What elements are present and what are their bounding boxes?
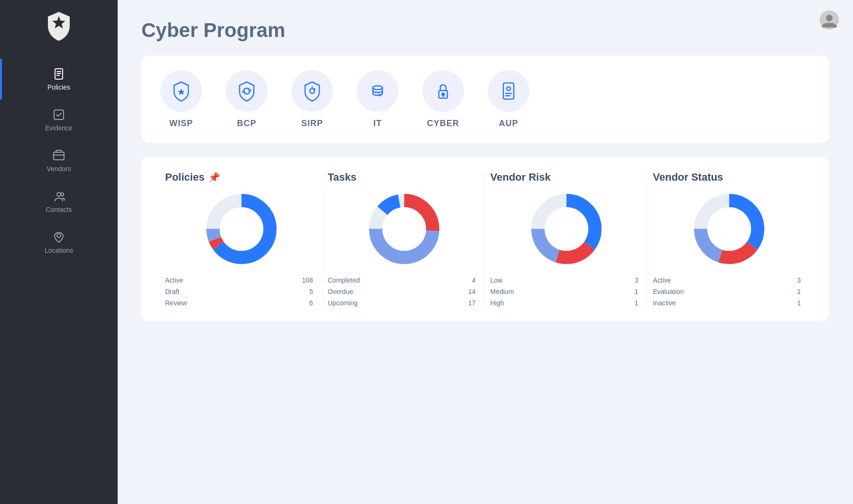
sidebar-item-locations[interactable]: Locations (0, 222, 118, 263)
chart-vendor-risk: Vendor Risk Low 3 (485, 171, 648, 307)
aup-icon-bg (488, 70, 529, 112)
chart-policies: Policies 📌 Active (160, 171, 323, 307)
svg-point-27 (220, 207, 263, 251)
policy-card-aup[interactable]: AUP (488, 70, 529, 128)
chart-vendor-status: Vendor Status Active 3 (648, 171, 810, 307)
svg-point-8 (61, 193, 64, 196)
legend-row-upcoming: Upcoming 17 (328, 299, 485, 307)
policy-card-cyber[interactable]: CYBER (422, 70, 464, 128)
wisp-icon-bg (160, 70, 202, 112)
aup-label: AUP (499, 119, 518, 128)
vendor-risk-donut (528, 191, 604, 267)
tasks-donut (366, 191, 442, 267)
policies-chart-title: Policies 📌 (160, 171, 220, 183)
vendor-risk-legend: Low 3 Medium 1 High 1 (486, 276, 648, 307)
bcp-label: BCP (237, 119, 256, 128)
sirp-label: SIRP (301, 119, 323, 128)
sidebar-nav: Policies Evidence Vendors (0, 59, 118, 263)
sidebar: Policies Evidence Vendors (0, 0, 118, 504)
legend-row-completed: Completed 4 (328, 276, 485, 284)
policy-card-sirp[interactable]: SIRP (291, 70, 333, 128)
legend-row-inactive: Inactive 1 (653, 299, 810, 307)
legend-row-evaluation: Evaluation 1 (653, 288, 810, 295)
sidebar-item-vendors[interactable]: Vendors (0, 140, 118, 181)
svg-point-37 (545, 207, 588, 251)
bcp-icon-bg (226, 70, 268, 112)
tasks-legend: Completed 4 Overdue 14 Upcoming 17 (323, 276, 485, 307)
svg-point-20 (507, 87, 510, 91)
svg-point-11 (826, 15, 833, 21)
policies-donut (204, 191, 279, 267)
pin-icon: 📌 (208, 172, 220, 183)
sidebar-item-locations-label: Locations (45, 247, 73, 254)
svg-point-15 (373, 86, 382, 90)
sidebar-item-contacts[interactable]: Contacts (0, 181, 118, 222)
svg-rect-5 (54, 152, 64, 160)
legend-row-high: High 1 (491, 299, 648, 307)
legend-row-review: Review 6 (165, 299, 323, 307)
legend-row-medium: Medium 1 (491, 288, 648, 295)
cyber-icon-bg (422, 70, 464, 112)
legend-row-active: Active 108 (165, 276, 323, 284)
sidebar-item-contacts-label: Contacts (46, 206, 72, 213)
legend-row-draft: Draft 5 (165, 288, 323, 295)
svg-point-42 (707, 207, 751, 251)
vendor-status-title: Vendor Status (648, 171, 723, 183)
svg-point-9 (57, 234, 61, 238)
legend-row-overdue: Overdue 14 (328, 288, 485, 295)
app-logo[interactable] (42, 9, 75, 45)
chart-tasks: Tasks Completed 4 (323, 171, 485, 307)
charts-section: Policies 📌 Active (141, 157, 829, 321)
page-title: Cyber Program (141, 19, 829, 42)
sidebar-item-evidence-label: Evidence (45, 124, 73, 132)
main-content: Cyber Program WISP (118, 0, 853, 504)
sidebar-item-policies-label: Policies (47, 83, 70, 91)
policy-card-bcp[interactable]: BCP (226, 70, 268, 128)
legend-row-vs-active: Active 3 (653, 276, 810, 284)
vendor-status-donut (691, 191, 767, 267)
policy-card-it[interactable]: IT (357, 70, 399, 128)
user-avatar[interactable] (820, 10, 839, 29)
policy-card-wisp[interactable]: WISP (160, 70, 202, 128)
it-label: IT (373, 119, 382, 128)
cyber-label: CYBER (427, 119, 459, 128)
legend-row-low: Low 3 (491, 276, 648, 284)
sirp-icon-bg (291, 70, 333, 112)
sidebar-item-vendors-label: Vendors (46, 165, 71, 173)
svg-point-32 (382, 207, 426, 251)
svg-point-7 (57, 192, 61, 196)
policy-cards-section: WISP BCP (141, 56, 829, 143)
tasks-chart-title: Tasks (323, 171, 357, 183)
it-icon-bg (357, 70, 399, 112)
sidebar-item-policies[interactable]: Policies (0, 59, 118, 100)
vendor-risk-title: Vendor Risk (486, 171, 551, 183)
svg-line-14 (314, 89, 315, 90)
sidebar-item-evidence[interactable]: Evidence (0, 100, 118, 140)
policies-legend: Active 108 Draft 5 Review 6 (160, 276, 323, 307)
wisp-label: WISP (169, 119, 193, 128)
vendor-status-legend: Active 3 Evaluation 1 Inactive 1 (648, 276, 810, 307)
